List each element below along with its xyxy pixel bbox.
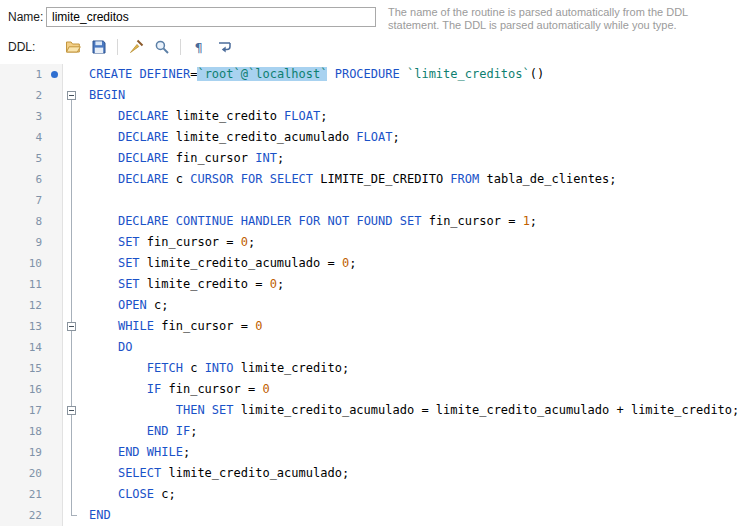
code-text[interactable] (81, 190, 740, 211)
code-line[interactable]: 13 WHILE fin_cursor = 0 (0, 316, 740, 337)
fold-column (63, 211, 81, 232)
marker-column (49, 148, 63, 169)
code-line[interactable]: 1CREATE DEFINER=`root`@`localhost` PROCE… (0, 64, 740, 85)
sql-code-editor[interactable]: 1CREATE DEFINER=`root`@`localhost` PROCE… (0, 64, 740, 526)
code-line[interactable]: 4 DECLARE limite_credito_acumulado FLOAT… (0, 127, 740, 148)
code-text[interactable]: DECLARE limite_credito_acumulado FLOAT; (81, 127, 740, 148)
code-line[interactable]: 3 DECLARE limite_credito FLOAT; (0, 106, 740, 127)
fold-column (63, 316, 81, 337)
open-file-icon[interactable] (60, 35, 86, 58)
code-text[interactable]: DECLARE limite_credito FLOAT; (81, 106, 740, 127)
fold-column (63, 379, 81, 400)
code-text[interactable]: OPEN c; (81, 295, 740, 316)
code-text[interactable]: WHILE fin_cursor = 0 (81, 316, 740, 337)
fold-column (63, 442, 81, 463)
code-line[interactable]: 10 SET limite_credito_acumulado = 0; (0, 253, 740, 274)
code-text[interactable]: SET limite_credito_acumulado = 0; (81, 253, 740, 274)
fold-collapse-icon[interactable] (67, 322, 76, 331)
name-label: Name: (8, 10, 46, 24)
fold-column (63, 337, 81, 358)
fold-collapse-icon[interactable] (67, 91, 76, 100)
marker-column (49, 274, 63, 295)
marker-column (49, 295, 63, 316)
line-number: 8 (0, 211, 49, 232)
code-line[interactable]: 17 THEN SET limite_credito_acumulado = l… (0, 400, 740, 421)
line-number: 2 (0, 85, 49, 106)
code-text[interactable]: BEGIN (81, 85, 740, 106)
code-line[interactable]: 20 SELECT limite_credito_acumulado; (0, 463, 740, 484)
marker-column (49, 358, 63, 379)
code-text[interactable]: END IF; (81, 421, 740, 442)
line-number: 13 (0, 316, 49, 337)
code-text[interactable]: FETCH c INTO limite_credito; (81, 358, 740, 379)
code-text[interactable]: DECLARE fin_cursor INT; (81, 148, 740, 169)
code-line[interactable]: 11 SET limite_credito = 0; (0, 274, 740, 295)
line-number: 4 (0, 127, 49, 148)
marker-column (49, 106, 63, 127)
code-line[interactable]: 16 IF fin_cursor = 0 (0, 379, 740, 400)
fold-column (63, 484, 81, 505)
code-text[interactable]: IF fin_cursor = 0 (81, 379, 740, 400)
line-number: 5 (0, 148, 49, 169)
marker-column (49, 211, 63, 232)
help-text-line2: statement. The DDL is parsed automatical… (388, 19, 734, 32)
marker-column (49, 253, 63, 274)
svg-text:¶: ¶ (195, 39, 203, 54)
marker-column (49, 316, 63, 337)
line-number: 12 (0, 295, 49, 316)
line-number: 1 (0, 64, 49, 85)
line-number: 6 (0, 169, 49, 190)
marker-column (49, 463, 63, 484)
code-line[interactable]: 21 CLOSE c; (0, 484, 740, 505)
code-lines: 1CREATE DEFINER=`root`@`localhost` PROCE… (0, 64, 740, 526)
wrap-lines-icon[interactable] (212, 35, 238, 58)
invisible-chars-icon[interactable]: ¶ (186, 35, 212, 58)
fold-column (63, 421, 81, 442)
line-number: 22 (0, 505, 49, 526)
fold-column (63, 505, 81, 526)
fold-column (63, 400, 81, 421)
code-line[interactable]: 2BEGIN (0, 85, 740, 106)
code-line[interactable]: 9 SET fin_cursor = 0; (0, 232, 740, 253)
code-text[interactable]: END WHILE; (81, 442, 740, 463)
routine-editor-window: Name: The name of the routine is parsed … (0, 0, 740, 526)
code-text[interactable]: CLOSE c; (81, 484, 740, 505)
code-line[interactable]: 6 DECLARE c CURSOR FOR SELECT LIMITE_DE_… (0, 169, 740, 190)
beautify-icon[interactable] (123, 35, 149, 58)
marker-column (49, 169, 63, 190)
code-text[interactable]: CREATE DEFINER=`root`@`localhost` PROCED… (81, 64, 740, 85)
code-text[interactable]: END (81, 505, 740, 526)
fold-column (63, 358, 81, 379)
fold-column (63, 463, 81, 484)
code-text[interactable]: DECLARE c CURSOR FOR SELECT LIMITE_DE_CR… (81, 169, 740, 190)
marker-column (49, 421, 63, 442)
code-text[interactable]: DO (81, 337, 740, 358)
code-line[interactable]: 14 DO (0, 337, 740, 358)
toolbar-separator (117, 39, 118, 55)
code-text[interactable]: SELECT limite_credito_acumulado; (81, 463, 740, 484)
code-line[interactable]: 22END (0, 505, 740, 526)
ddl-toolbar: ¶ (60, 35, 238, 58)
fold-column (63, 274, 81, 295)
code-line[interactable]: 5 DECLARE fin_cursor INT; (0, 148, 740, 169)
fold-column (63, 253, 81, 274)
ddl-label: DDL: (8, 40, 46, 54)
code-text[interactable]: SET fin_cursor = 0; (81, 232, 740, 253)
code-line[interactable]: 7 (0, 190, 740, 211)
save-icon[interactable] (86, 35, 112, 58)
line-number: 19 (0, 442, 49, 463)
code-line[interactable]: 8 DECLARE CONTINUE HANDLER FOR NOT FOUND… (0, 211, 740, 232)
code-line[interactable]: 18 END IF; (0, 421, 740, 442)
code-line[interactable]: 12 OPEN c; (0, 295, 740, 316)
code-line[interactable]: 19 END WHILE; (0, 442, 740, 463)
code-text[interactable]: DECLARE CONTINUE HANDLER FOR NOT FOUND S… (81, 211, 740, 232)
fold-collapse-icon[interactable] (67, 406, 76, 415)
code-line[interactable]: 15 FETCH c INTO limite_credito; (0, 358, 740, 379)
help-text: The name of the routine is parsed automa… (388, 6, 734, 32)
routine-name-input[interactable] (46, 7, 376, 27)
line-number: 11 (0, 274, 49, 295)
code-text[interactable]: SET limite_credito = 0; (81, 274, 740, 295)
search-icon[interactable] (149, 35, 175, 58)
fold-column (63, 64, 81, 85)
code-text[interactable]: THEN SET limite_credito_acumulado = limi… (81, 400, 740, 421)
